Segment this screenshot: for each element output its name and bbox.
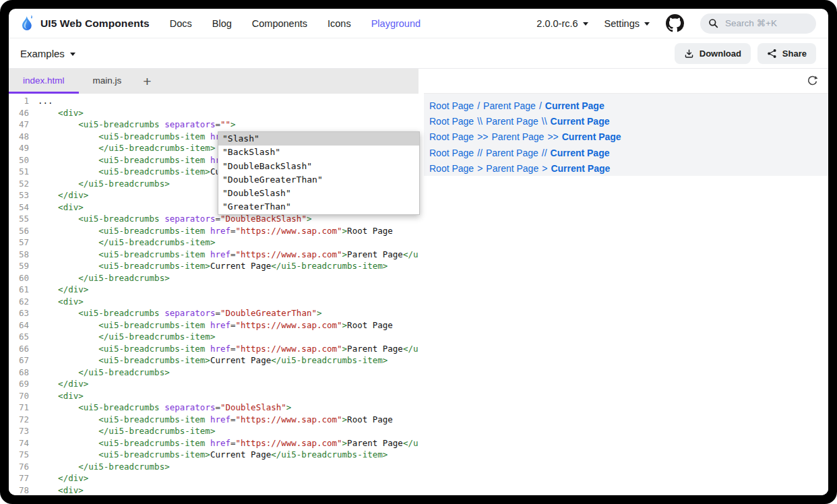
share-icon — [767, 49, 777, 59]
breadcrumb-link[interactable]: Parent Page — [483, 100, 536, 111]
code-line: 60 </ui5-breadcrumbs> — [9, 272, 418, 284]
search-box[interactable] — [700, 13, 816, 34]
line-number: 57 — [9, 237, 29, 249]
breadcrumb-link[interactable]: Parent Page — [486, 148, 538, 158]
breadcrumb-link[interactable]: Root Page — [429, 163, 474, 174]
code-line: 77 </div> — [9, 472, 418, 484]
breadcrumb-separator: / — [477, 100, 480, 111]
share-button[interactable]: Share — [757, 43, 816, 64]
code-line: 59 <ui5-breadcrumbs-item>Current Page</u… — [9, 260, 418, 272]
autocomplete-option[interactable]: "DoubleBackSlash" — [218, 160, 419, 173]
line-number: 56 — [9, 225, 29, 237]
line-number: 77 — [9, 472, 29, 484]
breadcrumb-link[interactable]: Root Page — [429, 100, 474, 111]
line-number: 74 — [9, 437, 29, 449]
chevron-down-icon — [583, 22, 588, 26]
github-icon — [666, 14, 684, 32]
line-content: <ui5-breadcrumbs separators="DoubleSlash… — [38, 402, 418, 414]
breadcrumb-current[interactable]: Current Page — [562, 131, 621, 142]
code-line: 47 <ui5-breadcrumbs separators=""> — [9, 119, 418, 131]
line-number: 53 — [9, 189, 29, 201]
refresh-button[interactable] — [807, 75, 818, 87]
search-input[interactable] — [724, 18, 805, 29]
version-dropdown[interactable]: 2.0.0-rc.6 — [536, 18, 588, 29]
examples-toolbar: Examples Download Share — [9, 38, 828, 69]
line-number: 64 — [9, 319, 29, 332]
nav-playground[interactable]: Playground — [371, 18, 421, 29]
breadcrumb: Root Page>Parent Page>Current Page — [424, 161, 828, 177]
breadcrumb-current[interactable]: Current Page — [551, 163, 610, 174]
code-line: 73 </ui5-breadcrumbs-item> — [9, 425, 418, 437]
autocomplete-option[interactable]: "DoubleSlash" — [218, 187, 419, 200]
line-content: <ui5-breadcrumbs-item>Current Page</ui5-… — [38, 260, 418, 272]
breadcrumb-link[interactable]: Parent Page — [492, 131, 545, 142]
breadcrumb-link[interactable]: Parent Page — [486, 116, 538, 127]
line-content: <ui5-breadcrumbs-item>Current Page</ui5-… — [38, 449, 418, 461]
nav-components[interactable]: Components — [252, 18, 307, 29]
line-number: 50 — [9, 154, 29, 166]
chevron-down-icon — [70, 53, 75, 56]
version-label: 2.0.0-rc.6 — [536, 18, 578, 29]
breadcrumb-separator: // — [542, 148, 547, 158]
line-number: 70 — [9, 390, 29, 402]
code-line: 67 <ui5-breadcrumbs-item>Current Page</u… — [9, 354, 418, 367]
github-link[interactable] — [666, 14, 684, 32]
line-number: 52 — [9, 178, 29, 190]
chevron-down-icon — [644, 22, 650, 26]
line-content: <div> — [38, 484, 418, 496]
line-number: 60 — [9, 272, 29, 284]
code-line: 56 <ui5-breadcrumbs-item href="https://w… — [9, 225, 418, 237]
line-content: <div> — [38, 107, 418, 119]
line-content: </ui5-breadcrumbs> — [38, 461, 418, 473]
line-number: 62 — [9, 296, 29, 308]
breadcrumb-current[interactable]: Current Page — [545, 100, 604, 111]
autocomplete-option[interactable]: "Slash" — [218, 132, 419, 146]
autocomplete-option[interactable]: "DoubleGreaterThan" — [218, 173, 419, 187]
line-content: </div> — [38, 472, 418, 484]
line-content: <ui5-breadcrumbs-item href="https://www.… — [38, 437, 418, 449]
breadcrumb-separator: / — [539, 100, 542, 111]
breadcrumb-link[interactable]: Root Page — [429, 148, 474, 158]
line-number: 73 — [9, 425, 29, 437]
line-number: 46 — [9, 107, 29, 119]
breadcrumb-separator: >> — [477, 131, 488, 142]
line-content: ... — [38, 95, 418, 107]
line-content: <div> — [38, 296, 418, 308]
breadcrumb-separator: // — [477, 148, 483, 158]
breadcrumb-separator: >> — [547, 131, 558, 142]
autocomplete-popup: "Slash""BackSlash""DoubleBackSlash""Doub… — [218, 131, 420, 215]
download-button[interactable]: Download — [675, 43, 751, 64]
preview-toolbar — [424, 69, 828, 94]
breadcrumb-separator: > — [542, 163, 547, 174]
code-line: 1... — [9, 95, 418, 107]
line-number: 71 — [9, 402, 29, 414]
nav-docs[interactable]: Docs — [170, 18, 192, 29]
brand[interactable]: UI5 Web Components — [20, 14, 150, 33]
autocomplete-option[interactable]: "BackSlash" — [218, 146, 419, 159]
breadcrumb-link[interactable]: Root Page — [429, 116, 474, 127]
code-line: 72 <ui5-breadcrumbs-item href="https://w… — [9, 414, 418, 426]
autocomplete-option[interactable]: "GreaterThan" — [218, 200, 419, 214]
examples-dropdown[interactable]: Examples — [20, 48, 75, 59]
app-window: UI5 Web Components DocsBlogComponentsIco… — [9, 9, 828, 495]
nav-icons[interactable]: Icons — [328, 18, 351, 29]
line-content: </ui5-breadcrumbs-item> — [38, 237, 418, 249]
code-line: 63 <ui5-breadcrumbs separators="DoubleGr… — [9, 307, 418, 319]
tab-index.html[interactable]: index.html — [9, 69, 79, 94]
breadcrumb-current[interactable]: Current Page — [551, 116, 610, 127]
screenshot-window: { "header": { "brand": "UI5 Web Componen… — [0, 0, 837, 504]
breadcrumb-link[interactable]: Root Page — [429, 131, 474, 142]
breadcrumb: Root Page\\Parent Page\\Current Page — [424, 113, 828, 129]
nav-blog[interactable]: Blog — [212, 18, 232, 29]
tab-main.js[interactable]: main.js — [79, 69, 136, 94]
breadcrumb-separator: \\ — [542, 116, 547, 127]
add-tab-button[interactable]: + — [135, 69, 158, 94]
line-content: <ui5-breadcrumbs separators="DoubleGreat… — [38, 307, 418, 319]
breadcrumb-link[interactable]: Parent Page — [486, 163, 538, 174]
settings-dropdown[interactable]: Settings — [604, 18, 650, 29]
line-content: </ui5-breadcrumbs-item> — [38, 425, 418, 437]
breadcrumb: Root Page>>Parent Page>>Current Page — [424, 129, 828, 145]
line-content: <ui5-breadcrumbs-item href="https://www.… — [38, 319, 418, 332]
breadcrumb-separator: > — [477, 163, 483, 174]
breadcrumb-current[interactable]: Current Page — [551, 148, 610, 158]
